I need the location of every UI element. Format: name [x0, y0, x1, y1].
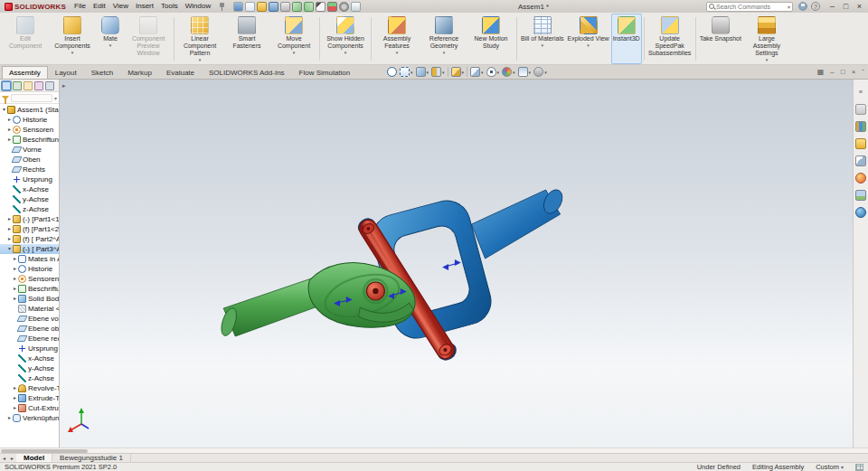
ribbon-button-linear-component-pattern[interactable]: Linear Component Pattern▾ — [176, 14, 223, 64]
view-orientation-button[interactable]: ▾ — [451, 67, 465, 77]
tree-item-rechts[interactable]: Rechts — [0, 165, 59, 174]
ribbon-button-update-speedpak-subassemblies[interactable]: Update SpeedPak Subassemblies — [646, 14, 693, 64]
graphics-viewport[interactable]: ▸ — [60, 80, 853, 447]
chevron-right-icon[interactable]: ▸ — [6, 125, 13, 135]
ribbon-button-exploded-view[interactable]: Exploded View▾ — [565, 14, 610, 64]
menu-tools[interactable]: Tools — [157, 0, 182, 13]
ribbon-button-edit-component[interactable]: Edit Component — [2, 14, 49, 64]
chevron-right-icon[interactable]: ▸ — [12, 294, 18, 304]
ribbon-button-take-snapshot[interactable]: Take Snapshot — [698, 14, 743, 64]
tab-solidworks-add-ins[interactable]: SOLIDWORKS Add-Ins — [202, 66, 292, 79]
tab-evaluate[interactable]: Evaluate — [159, 66, 202, 79]
view-settings-button[interactable]: ▾ — [533, 67, 547, 77]
chevron-right-icon[interactable]: ▸ — [6, 234, 13, 244]
menu-view[interactable]: View — [109, 0, 132, 13]
tree-item-x-achse[interactable]: x-Achse — [0, 353, 59, 363]
zoom-fit-button[interactable] — [387, 67, 397, 77]
new-document-icon[interactable] — [245, 2, 255, 12]
minimize-button[interactable]: – — [826, 1, 839, 13]
tree-item-part1-1-s[interactable]: ▸(-) [Part1<1> (S — [0, 214, 59, 224]
display-manager-tab[interactable] — [45, 81, 54, 90]
ribbon-button-new-motion-study[interactable]: New Motion Study — [467, 14, 514, 64]
chevron-right-icon[interactable]: ▸ — [6, 115, 13, 125]
tile-options-icon[interactable] — [855, 464, 863, 471]
property-manager-tab[interactable] — [13, 81, 22, 90]
collapse-ribbon-button[interactable]: ˆ — [862, 67, 864, 77]
print-icon[interactable] — [280, 2, 290, 12]
chevron-right-icon[interactable]: ▸ — [12, 383, 18, 393]
chevron-right-icon[interactable]: ▸ — [6, 413, 13, 423]
model-part-red-pin[interactable] — [363, 279, 387, 303]
search-box[interactable] — [706, 2, 793, 12]
tree-item-material[interactable]: Material <... — [0, 304, 59, 314]
scene-button[interactable] — [855, 190, 866, 201]
tree-item-beschriftur[interactable]: ▸Beschriftur... — [0, 284, 59, 294]
tree-item-extrude-th[interactable]: ▸Extrude-Th... — [0, 393, 59, 403]
tree-item-revolve-th[interactable]: ▸Revolve-Th... — [0, 383, 59, 393]
ribbon-button-reference-geometry[interactable]: Reference Geometry▾ — [420, 14, 467, 64]
menu-edit[interactable]: Edit — [90, 0, 109, 13]
close-button[interactable]: × — [853, 1, 866, 13]
tree-item-x-achse[interactable]: x-Achse — [0, 184, 59, 194]
feature-manager-tab[interactable] — [2, 81, 11, 90]
chevron-down-icon[interactable]: ▾ — [6, 244, 13, 254]
chevron-right-icon[interactable]: ▸ — [12, 393, 18, 403]
tree-item-ebene-obe[interactable]: Ebene obe... — [0, 324, 59, 334]
tree-item-solid-bodie[interactable]: ▸Solid Bodie... — [0, 294, 59, 304]
menu-file[interactable]: File — [71, 0, 90, 13]
model-part-blue-shaft[interactable] — [472, 186, 566, 259]
tree-item-f-part2-asse[interactable]: ▸(f) [ Part2^Asse — [0, 234, 59, 244]
tab-assembly[interactable]: Assembly — [2, 66, 48, 79]
tab-layout[interactable]: Layout — [48, 66, 84, 79]
chevron-right-icon[interactable]: ▸ — [12, 284, 18, 294]
tree-item-f-part1-2-st[interactable]: ▸(f) [Part1<2> (St — [0, 224, 59, 234]
tree-item-verkn-pfungen[interactable]: ▸Verknüpfungen — [0, 413, 59, 423]
chevron-down-icon[interactable]: ▾ — [1, 105, 7, 115]
tree-item-sensoren[interactable]: ▸Sensoren — [0, 125, 59, 135]
tree-filter-row[interactable] — [0, 92, 59, 104]
chevron-right-icon[interactable]: ▸ — [12, 254, 18, 264]
maximize-button[interactable]: □ — [839, 1, 853, 13]
pin-menu-bar-icon[interactable] — [219, 3, 225, 11]
tree-item-y-achse[interactable]: y-Achse — [0, 363, 59, 373]
tree-item-part3-asse[interactable]: ▾(-) [ Part3^Asse — [0, 244, 59, 254]
unit-system-dropdown[interactable]: Custom — [816, 463, 844, 471]
ribbon-button-component-preview-window[interactable]: Component Preview Window — [125, 14, 172, 64]
tree-filter-input[interactable] — [11, 94, 52, 102]
tree-item-z-achse[interactable]: z-Achse — [0, 204, 59, 214]
ribbon-button-insert-components[interactable]: Insert Components▾ — [49, 14, 96, 64]
ribbon-button-large-assembly-settings[interactable]: Large Assembly Settings▾ — [743, 14, 790, 64]
solidworks-resources-button[interactable] — [855, 104, 866, 115]
home-icon[interactable] — [233, 2, 243, 12]
tab-markup[interactable]: Markup — [120, 66, 159, 79]
zoom-area-button[interactable]: ▾ — [400, 67, 413, 77]
scene-button[interactable]: ▾ — [518, 67, 532, 77]
ribbon-button-move-component[interactable]: Move Component▾ — [270, 14, 317, 64]
tree-item-y-achse[interactable]: y-Achse — [0, 194, 59, 204]
tree-item-beschriftung[interactable]: ▸Beschriftung — [0, 135, 59, 145]
save-icon[interactable] — [269, 2, 278, 12]
custom-properties-button[interactable] — [855, 207, 866, 218]
ribbon-button-instant3d[interactable]: Instant3D — [611, 14, 642, 64]
chevron-right-icon[interactable]: ▸ — [12, 403, 18, 413]
tab-flow-simulation[interactable]: Flow Simulation — [292, 66, 357, 79]
dimxpert-manager-tab[interactable] — [34, 81, 43, 90]
view-palette-button[interactable] — [855, 155, 866, 166]
tree-item-mates-in-a[interactable]: ▸Mates in A... — [0, 254, 59, 264]
previous-view-button[interactable]: ▾ — [416, 67, 429, 77]
collapse-button[interactable]: « — [855, 87, 866, 98]
tree-item-oben[interactable]: Oben — [0, 155, 59, 165]
chevron-right-icon[interactable]: ▸ — [12, 264, 18, 274]
horizontal-scrollbar[interactable] — [0, 447, 868, 453]
chevron-right-icon[interactable]: ▸ — [6, 224, 13, 234]
close-doc-button[interactable]: × — [852, 67, 856, 77]
restore-doc-button[interactable]: □ — [841, 67, 845, 77]
file-explorer-button[interactable] — [855, 138, 866, 149]
menu-insert[interactable]: Insert — [132, 0, 157, 13]
tree-item-historie[interactable]: ▸Historie — [0, 264, 59, 274]
help-icon[interactable] — [811, 2, 820, 11]
design-library-button[interactable] — [855, 121, 866, 132]
redo-icon[interactable] — [304, 2, 314, 12]
tab-sketch[interactable]: Sketch — [84, 66, 120, 79]
chevron-right-icon[interactable]: ▸ — [12, 274, 18, 284]
